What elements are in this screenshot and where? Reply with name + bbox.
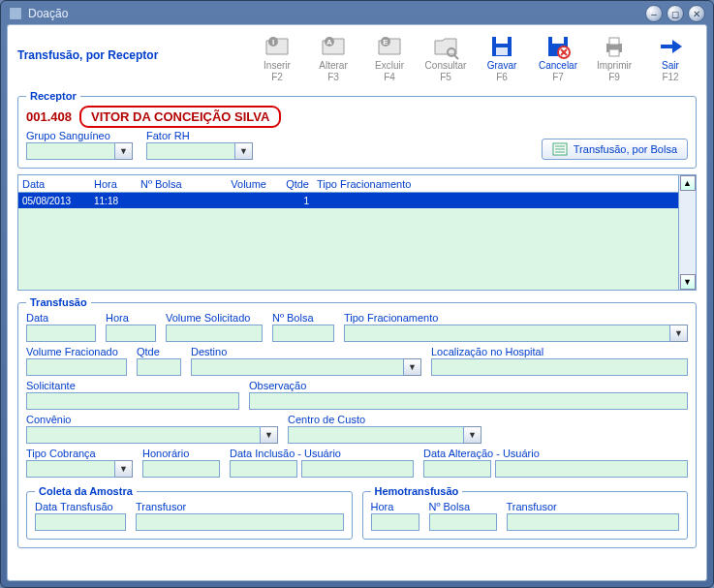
toolbar-fkey: F3	[327, 72, 339, 82]
arrow-right-icon	[655, 33, 686, 60]
folder-i-icon: I	[262, 33, 293, 60]
transfusao-legend: Transfusão	[26, 296, 91, 308]
sair-button[interactable]: SairF12	[644, 31, 697, 84]
usuario-inclusao-input[interactable]	[301, 460, 414, 478]
data-alteracao-input[interactable]	[423, 460, 491, 478]
tipo-cobranca-select[interactable]: ▼	[26, 460, 133, 478]
n-bolsa-input[interactable]	[272, 325, 334, 342]
toolbar-fkey: F6	[496, 72, 508, 82]
consultar-button[interactable]: ConsultarF5	[419, 31, 472, 84]
convenio-select[interactable]: ▼	[26, 426, 278, 444]
grid-scrollbar[interactable]: ▲ ▼	[678, 175, 696, 290]
receptor-id: 001.408	[26, 109, 72, 124]
maximize-button[interactable]: ◻	[667, 5, 684, 22]
receptor-fieldset: Receptor 001.408 VITOR DA CONCEIÇÃO SILV…	[17, 90, 697, 169]
toolbar-fkey: F5	[440, 72, 451, 82]
svg-rect-12	[552, 37, 564, 44]
fator-rh-select[interactable]: ▼	[146, 142, 253, 160]
lbl-solicitante: Solicitante	[26, 380, 239, 391]
chevron-down-icon[interactable]: ▼	[670, 325, 688, 342]
svg-rect-9	[496, 37, 508, 44]
hemo-bolsa-input[interactable]	[429, 513, 497, 531]
chevron-down-icon[interactable]: ▼	[115, 142, 133, 160]
chevron-down-icon[interactable]: ▼	[464, 426, 481, 444]
hemo-legend: Hemotransfusão	[371, 485, 463, 497]
volume-fracionado-input[interactable]	[26, 358, 127, 376]
chevron-down-icon[interactable]: ▼	[404, 358, 421, 376]
lbl-coleta-data: Data Transfusão	[35, 501, 126, 512]
chevron-down-icon[interactable]: ▼	[235, 142, 253, 160]
usuario-alteracao-input[interactable]	[495, 460, 688, 478]
client-area: Transfusão, por Receptor IInserirF2AAlte…	[7, 24, 707, 581]
toolbar-label: Sair	[662, 60, 679, 71]
toolbar-label: Alterar	[319, 60, 347, 71]
minimize-button[interactable]: –	[645, 5, 663, 22]
lbl-nbolsa: Nº Bolsa	[272, 312, 334, 324]
col-qtde[interactable]: Qtde	[270, 178, 313, 190]
inserir-button[interactable]: IInserirF2	[251, 31, 303, 84]
qtde-input[interactable]	[137, 358, 181, 376]
transfusao-por-bolsa-button[interactable]: Transfusão, por Bolsa	[542, 139, 688, 160]
grupo-sanguineo-select[interactable]: ▼	[26, 142, 133, 160]
list-icon	[552, 142, 568, 156]
data-input[interactable]	[26, 325, 96, 342]
col-data[interactable]: Data	[18, 178, 90, 190]
excluir-button[interactable]: EExcluirF4	[363, 31, 416, 84]
table-row[interactable]: 05/08/201311:181	[18, 193, 678, 208]
scroll-up-button[interactable]: ▲	[680, 175, 696, 191]
cancelar-button[interactable]: CancelarF7	[532, 31, 584, 84]
toolbar-fkey: F2	[271, 72, 283, 82]
grid-header: Data Hora Nº Bolsa Volume Qtde Tipo Frac…	[18, 175, 678, 193]
receptor-legend: Receptor	[26, 90, 80, 102]
page-title: Transfusão, por Receptor	[17, 31, 158, 62]
lbl-hora: Hora	[106, 312, 156, 324]
lbl-lochosp: Localização no Hospital	[431, 346, 688, 357]
col-volume[interactable]: Volume	[208, 178, 270, 190]
hemo-transfusor-input[interactable]	[507, 513, 680, 531]
transfusao-grid: Data Hora Nº Bolsa Volume Qtde Tipo Frac…	[17, 174, 697, 291]
lbl-grupo: Grupo Sanguíneo	[26, 130, 133, 141]
toolbar: IInserirF2AAlterarF3EExcluirF4ConsultarF…	[251, 31, 697, 84]
svg-rect-18	[609, 49, 619, 56]
solicitante-input[interactable]	[26, 392, 239, 410]
destino-select[interactable]: ▼	[191, 358, 421, 376]
col-hora[interactable]: Hora	[90, 178, 137, 190]
svg-rect-17	[609, 38, 619, 45]
window-title: Doação	[28, 7, 68, 20]
volume-solicitado-input[interactable]	[166, 325, 263, 342]
lbl-hemo-transfusor: Transfusor	[507, 501, 680, 512]
chevron-down-icon[interactable]: ▼	[115, 460, 133, 478]
chevron-down-icon[interactable]: ▼	[261, 426, 278, 444]
col-tipo[interactable]: Tipo Fracionamento	[313, 178, 678, 190]
col-bolsa[interactable]: Nº Bolsa	[137, 178, 208, 190]
lbl-datainc: Data Inclusão - Usuário	[230, 448, 414, 459]
floppy-x-icon	[543, 33, 574, 60]
svg-rect-10	[496, 47, 508, 55]
honorario-input[interactable]	[142, 460, 220, 478]
centro-custo-select[interactable]: ▼	[288, 426, 481, 444]
close-button[interactable]: ✕	[688, 5, 705, 22]
observacao-input[interactable]	[249, 392, 688, 410]
coleta-legend: Coleta da Amostra	[35, 485, 137, 497]
data-inclusao-input[interactable]	[230, 460, 297, 478]
svg-text:A: A	[326, 38, 332, 46]
gravar-button[interactable]: GravarF6	[476, 31, 528, 84]
scroll-down-button[interactable]: ▼	[680, 274, 696, 290]
svg-text:E: E	[383, 38, 388, 46]
lbl-fator: Fator RH	[146, 130, 253, 141]
tipo-fracionamento-select[interactable]: ▼	[344, 325, 688, 342]
localizacao-input[interactable]	[431, 358, 688, 376]
svg-line-7	[454, 55, 458, 59]
toolbar-label: Imprimir	[597, 60, 632, 71]
lbl-tipocob: Tipo Cobrança	[26, 448, 133, 459]
coleta-data-input[interactable]	[35, 513, 126, 531]
hemo-hora-input[interactable]	[371, 513, 419, 531]
toolbar-fkey: F12	[662, 72, 678, 82]
lbl-hemo-hora: Hora	[371, 501, 419, 512]
alterar-button[interactable]: AAlterarF3	[307, 31, 359, 84]
coleta-transfusor-input[interactable]	[136, 513, 344, 531]
hora-input[interactable]	[106, 325, 156, 342]
toolbar-label: Inserir	[264, 60, 291, 71]
btn-bolsa-label: Transfusão, por Bolsa	[574, 143, 677, 155]
imprimir-button[interactable]: ImprimirF9	[588, 31, 640, 84]
